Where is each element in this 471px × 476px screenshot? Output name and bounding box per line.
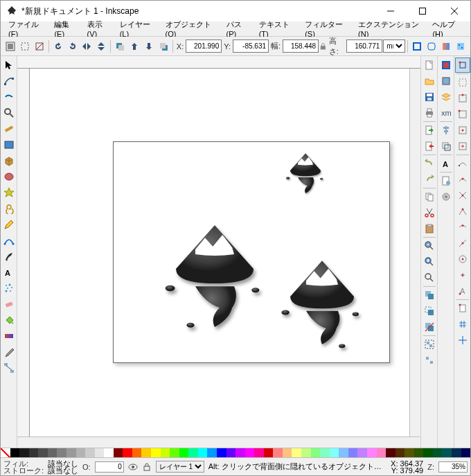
zoom-tool-icon[interactable] xyxy=(1,105,17,121)
scale-corners-icon[interactable] xyxy=(425,39,438,54)
move-gradient-icon[interactable] xyxy=(439,39,453,54)
bezier-tool-icon[interactable] xyxy=(1,233,17,248)
swatch[interactable] xyxy=(123,448,132,458)
pencil-tool-icon[interactable] xyxy=(1,217,17,232)
swatch[interactable] xyxy=(357,448,367,458)
x-input[interactable] xyxy=(186,39,222,53)
import-icon[interactable] xyxy=(422,123,437,138)
export-icon[interactable] xyxy=(422,139,437,154)
swatch[interactable] xyxy=(254,448,264,458)
swatch[interactable] xyxy=(301,448,311,458)
cut-icon[interactable] xyxy=(422,205,437,220)
swatch[interactable] xyxy=(217,448,226,458)
h-input[interactable] xyxy=(346,39,382,53)
zoom-drawing-icon[interactable] xyxy=(422,270,437,285)
swatch[interactable] xyxy=(292,448,301,458)
swatch[interactable] xyxy=(132,448,142,458)
swatch[interactable] xyxy=(19,448,29,458)
flip-h-icon[interactable] xyxy=(80,39,94,54)
paste-icon[interactable] xyxy=(422,221,437,236)
swatch[interactable] xyxy=(66,448,76,458)
layer-lock-icon[interactable] xyxy=(142,462,152,472)
xml-icon[interactable]: xml xyxy=(438,105,454,121)
lower-bottom-icon[interactable] xyxy=(157,39,170,54)
swatch[interactable] xyxy=(226,448,236,458)
swatch[interactable] xyxy=(38,448,48,458)
swatch[interactable] xyxy=(273,448,283,458)
open-icon[interactable] xyxy=(422,73,437,89)
3dbox-tool-icon[interactable] xyxy=(1,153,17,168)
snap-line-mid-icon[interactable] xyxy=(455,236,470,251)
fill-stroke-icon[interactable] xyxy=(438,58,454,73)
snap-bbox-edge-icon[interactable] xyxy=(455,91,470,106)
object-props-icon[interactable] xyxy=(438,73,454,89)
lower-icon[interactable] xyxy=(142,39,156,54)
redo-icon[interactable] xyxy=(422,172,437,187)
calligraphy-tool-icon[interactable] xyxy=(1,249,17,264)
clone-icon[interactable] xyxy=(422,303,437,319)
snap-bbox-corner-icon[interactable] xyxy=(455,107,470,122)
y-input[interactable] xyxy=(233,39,269,53)
lock-icon[interactable] xyxy=(319,42,327,51)
swatch[interactable] xyxy=(114,448,123,458)
swatch[interactable] xyxy=(330,448,339,458)
swatch[interactable] xyxy=(29,448,39,458)
swatch[interactable] xyxy=(245,448,255,458)
measure-tool-icon[interactable] xyxy=(1,121,17,136)
swatch[interactable] xyxy=(405,448,414,458)
swatch[interactable] xyxy=(442,448,452,458)
node-tool-icon[interactable] xyxy=(1,73,17,89)
flip-v-icon[interactable] xyxy=(94,39,108,54)
raise-top-icon[interactable] xyxy=(113,39,127,54)
w-input[interactable] xyxy=(283,39,319,53)
swatch[interactable] xyxy=(57,448,66,458)
snap-cusp-icon[interactable] xyxy=(455,204,470,219)
swatch[interactable] xyxy=(170,448,179,458)
snap-page-icon[interactable] xyxy=(455,301,470,316)
snap-center-icon[interactable] xyxy=(455,252,470,267)
align-icon[interactable] xyxy=(438,123,454,138)
snap-node-icon[interactable] xyxy=(455,156,470,171)
snap-grid-icon[interactable] xyxy=(455,317,470,332)
swatch[interactable] xyxy=(264,448,274,458)
zoom-input[interactable] xyxy=(438,461,468,473)
copy-icon[interactable] xyxy=(422,189,437,204)
snap-toggle-icon[interactable] xyxy=(455,58,470,73)
snap-text-icon[interactable]: A xyxy=(455,283,470,299)
snap-path-icon[interactable] xyxy=(455,172,470,187)
ungroup-icon[interactable] xyxy=(422,353,437,368)
text-dialog-icon[interactable]: A xyxy=(438,156,454,171)
undo-icon[interactable] xyxy=(422,156,437,171)
group-icon[interactable] xyxy=(422,337,437,352)
swatch[interactable] xyxy=(76,448,86,458)
layer-select[interactable]: レイヤー 1 xyxy=(156,461,204,473)
swatch-none[interactable] xyxy=(1,448,10,458)
snap-bbox-center-icon[interactable] xyxy=(455,139,470,154)
swatch[interactable] xyxy=(161,448,170,458)
doc-props-icon[interactable] xyxy=(438,173,454,188)
swatch[interactable] xyxy=(179,448,189,458)
snap-guide-icon[interactable] xyxy=(455,333,470,348)
unit-select[interactable]: mm xyxy=(383,39,405,53)
prefs-icon[interactable] xyxy=(438,189,454,204)
swatch[interactable] xyxy=(236,448,245,458)
swatch[interactable] xyxy=(207,448,217,458)
save-icon[interactable] xyxy=(422,89,437,105)
ellipse-tool-icon[interactable] xyxy=(1,169,17,184)
gradient-tool-icon[interactable] xyxy=(1,328,17,344)
paintbucket-tool-icon[interactable] xyxy=(1,312,17,328)
swatch[interactable] xyxy=(198,448,208,458)
select-all-icon[interactable] xyxy=(18,39,32,54)
spiral-tool-icon[interactable] xyxy=(1,201,17,216)
swatch[interactable] xyxy=(85,448,95,458)
swatch[interactable] xyxy=(320,448,330,458)
zoom-fit-icon[interactable] xyxy=(422,238,437,254)
rotate-cw-icon[interactable] xyxy=(66,39,80,54)
select-all-layers-icon[interactable] xyxy=(3,39,17,54)
print-icon[interactable] xyxy=(422,105,437,121)
swatch[interactable] xyxy=(95,448,105,458)
swatch[interactable] xyxy=(433,448,443,458)
swatch[interactable] xyxy=(151,448,161,458)
selector-tool-icon[interactable] xyxy=(1,58,17,73)
scale-stroke-icon[interactable] xyxy=(410,39,424,54)
